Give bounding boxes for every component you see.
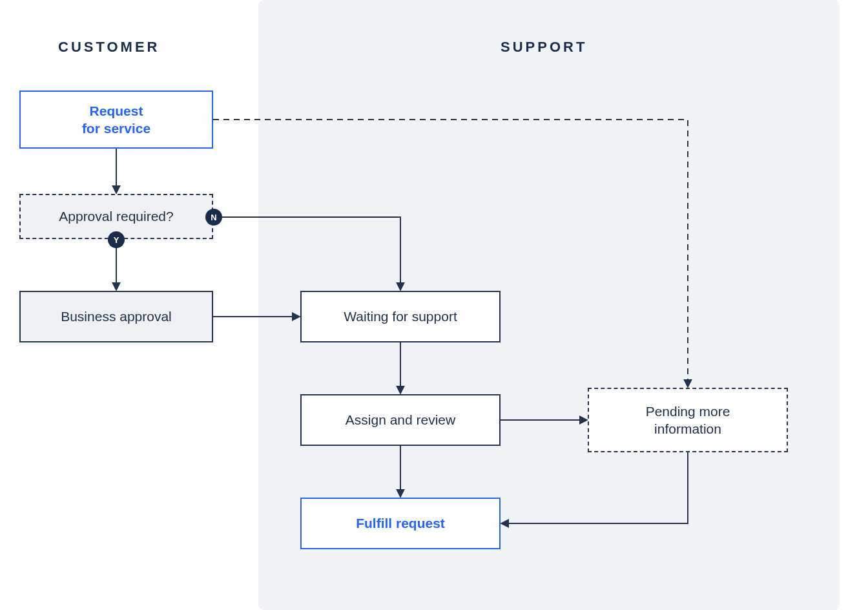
decision-badge-yes: Y	[108, 231, 125, 248]
lane-header-customer: CUSTOMER	[58, 39, 160, 56]
lane-header-support: SUPPORT	[501, 39, 587, 56]
node-business-approval: Business approval	[19, 291, 213, 342]
node-assign-and-review: Assign and review	[300, 394, 501, 446]
node-fulfill-request: Fulfill request	[300, 498, 501, 549]
flowchart-stage: CUSTOMER SUPPORT Request for service App…	[0, 0, 868, 610]
node-pending-more-information: Pending more information	[588, 388, 788, 452]
node-request-for-service: Request for service	[19, 90, 213, 149]
decision-badge-no: N	[205, 209, 222, 226]
node-waiting-for-support: Waiting for support	[300, 291, 501, 342]
